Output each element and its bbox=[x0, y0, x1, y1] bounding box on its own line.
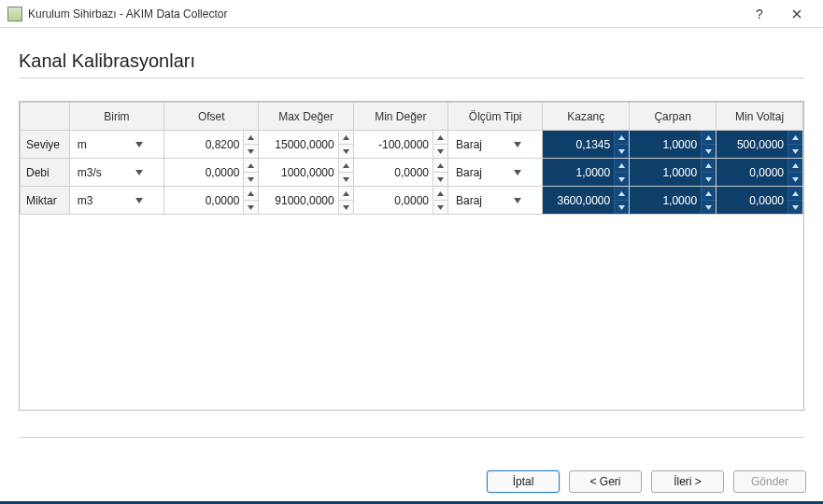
help-button[interactable]: ? bbox=[741, 1, 778, 27]
cancel-button[interactable]: İptal bbox=[487, 470, 560, 493]
spin-up-icon[interactable] bbox=[788, 159, 802, 172]
row1-max-spinner[interactable]: 1000,0000 bbox=[259, 159, 352, 186]
spin-up-icon[interactable] bbox=[244, 131, 258, 144]
row1-minvolt-spinner[interactable]: 0,0000 bbox=[717, 159, 802, 186]
row1-birim-combo[interactable]: m3/s bbox=[70, 159, 163, 186]
row0-ofset-spinner[interactable]: 0,8200 bbox=[164, 131, 258, 158]
spin-down-icon[interactable] bbox=[788, 144, 802, 158]
spin-down-icon[interactable] bbox=[244, 144, 258, 158]
row0-kazanc-spinner[interactable]: 0,1345 bbox=[543, 131, 629, 158]
spin-up-icon[interactable] bbox=[244, 187, 258, 200]
spin-down-icon[interactable] bbox=[244, 200, 258, 214]
row2-max-spinner[interactable]: 91000,0000 bbox=[259, 187, 352, 214]
row-header: Debi bbox=[21, 159, 70, 187]
row2-olcum-combo[interactable]: Baraj bbox=[448, 187, 542, 214]
row1-kazanc-spin-buttons bbox=[614, 159, 629, 186]
row0-birim-value: m bbox=[78, 138, 119, 151]
app-icon bbox=[7, 7, 22, 21]
hdr-birim: Birim bbox=[69, 103, 163, 131]
spin-down-icon[interactable] bbox=[615, 200, 629, 214]
spin-down-icon[interactable] bbox=[788, 172, 802, 186]
spin-up-icon[interactable] bbox=[788, 131, 802, 144]
row2-max-value: 91000,0000 bbox=[259, 187, 337, 214]
spin-down-icon[interactable] bbox=[433, 200, 447, 214]
spin-down-icon[interactable] bbox=[702, 144, 716, 158]
row2-min-spinner[interactable]: 0,0000 bbox=[354, 187, 447, 214]
row2-kazanc-spin-buttons bbox=[614, 187, 629, 214]
row0-max-spinner[interactable]: 15000,0000 bbox=[259, 131, 352, 158]
row2-ofset-spin-buttons bbox=[243, 187, 258, 214]
spin-down-icon[interactable] bbox=[433, 144, 447, 158]
row2-carpan-spin-buttons bbox=[701, 187, 716, 214]
spin-up-icon[interactable] bbox=[244, 159, 258, 172]
spin-up-icon[interactable] bbox=[788, 187, 802, 200]
spin-up-icon[interactable] bbox=[339, 159, 353, 172]
back-button[interactable]: < Geri bbox=[569, 470, 642, 493]
row2-carpan-spinner[interactable]: 1,0000 bbox=[630, 187, 716, 214]
table-row: Debim3/s0,00001000,00000,0000Baraj1,0000… bbox=[21, 159, 803, 187]
hdr-min-deger: Min Değer bbox=[353, 103, 447, 131]
row2-birim-combo[interactable]: m3 bbox=[70, 187, 163, 214]
row0-carpan-spinner[interactable]: 1,0000 bbox=[630, 131, 716, 158]
spin-down-icon[interactable] bbox=[788, 200, 802, 214]
row0-max-spin-buttons bbox=[338, 131, 353, 158]
spin-up-icon[interactable] bbox=[615, 187, 629, 200]
calibration-table-wrap: Birim Ofset Max Değer Min Değer Ölçüm Ti… bbox=[19, 101, 804, 411]
hdr-kazanc: Kazanç bbox=[543, 103, 630, 131]
row2-min-value: 0,0000 bbox=[354, 187, 433, 214]
spin-up-icon[interactable] bbox=[433, 131, 447, 144]
row2-minvolt-spinner[interactable]: 0,0000 bbox=[717, 187, 802, 214]
row2-ofset-spinner[interactable]: 0,0000 bbox=[164, 187, 258, 214]
row2-kazanc-spinner[interactable]: 3600,0000 bbox=[543, 187, 629, 214]
row1-minvolt-value: 0,0000 bbox=[717, 159, 788, 186]
row0-minvolt-value: 500,0000 bbox=[717, 131, 788, 158]
hdr-ofset: Ofset bbox=[164, 103, 259, 131]
close-button[interactable] bbox=[778, 1, 816, 27]
spin-up-icon[interactable] bbox=[615, 131, 629, 144]
row1-ofset-spinner[interactable]: 0,0000 bbox=[164, 159, 258, 186]
spin-down-icon[interactable] bbox=[339, 172, 353, 186]
chevron-down-icon bbox=[497, 159, 538, 186]
bottom-divider bbox=[19, 437, 804, 438]
row0-minvolt-spinner[interactable]: 500,0000 bbox=[717, 131, 802, 158]
spin-up-icon[interactable] bbox=[615, 159, 629, 172]
send-button[interactable]: Gönder bbox=[733, 470, 806, 493]
spin-down-icon[interactable] bbox=[433, 172, 447, 186]
row0-olcum-value: Baraj bbox=[456, 138, 497, 151]
table-row: Miktarm30,000091000,00000,0000Baraj3600,… bbox=[21, 187, 803, 215]
row0-ofset-value: 0,8200 bbox=[164, 131, 243, 158]
spin-down-icon[interactable] bbox=[702, 172, 716, 186]
spin-up-icon[interactable] bbox=[702, 159, 716, 172]
row0-birim-combo[interactable]: m bbox=[70, 131, 163, 158]
next-button[interactable]: İleri > bbox=[651, 470, 724, 493]
row0-min-spinner[interactable]: -100,0000 bbox=[354, 131, 447, 158]
spin-down-icon[interactable] bbox=[615, 144, 629, 158]
row0-max-value: 15000,0000 bbox=[259, 131, 337, 158]
close-icon bbox=[792, 9, 802, 19]
row0-minvolt-spin-buttons bbox=[788, 131, 802, 158]
spin-down-icon[interactable] bbox=[615, 172, 629, 186]
spin-down-icon[interactable] bbox=[339, 200, 353, 214]
row1-min-value: 0,0000 bbox=[354, 159, 433, 186]
spin-up-icon[interactable] bbox=[339, 187, 353, 200]
spin-up-icon[interactable] bbox=[339, 131, 353, 144]
row0-olcum-combo[interactable]: Baraj bbox=[448, 131, 542, 158]
spin-down-icon[interactable] bbox=[244, 172, 258, 186]
row0-ofset-spin-buttons bbox=[243, 131, 258, 158]
row0-carpan-value: 1,0000 bbox=[630, 131, 701, 158]
row1-min-spin-buttons bbox=[433, 159, 447, 186]
spin-up-icon[interactable] bbox=[433, 187, 447, 200]
spin-up-icon[interactable] bbox=[433, 159, 447, 172]
row1-min-spinner[interactable]: 0,0000 bbox=[354, 159, 447, 186]
spin-up-icon[interactable] bbox=[702, 131, 716, 144]
row1-carpan-spinner[interactable]: 1,0000 bbox=[630, 159, 716, 186]
hdr-blank bbox=[21, 103, 70, 131]
row1-kazanc-spinner[interactable]: 1,0000 bbox=[543, 159, 629, 186]
row2-min-spin-buttons bbox=[433, 187, 447, 214]
spin-down-icon[interactable] bbox=[339, 144, 353, 158]
row1-olcum-combo[interactable]: Baraj bbox=[448, 159, 542, 186]
spin-down-icon[interactable] bbox=[702, 200, 716, 214]
row1-minvolt-spin-buttons bbox=[788, 159, 802, 186]
window-title: Kurulum Sihirbazı - AKIM Data Collector bbox=[28, 7, 741, 21]
spin-up-icon[interactable] bbox=[702, 187, 716, 200]
